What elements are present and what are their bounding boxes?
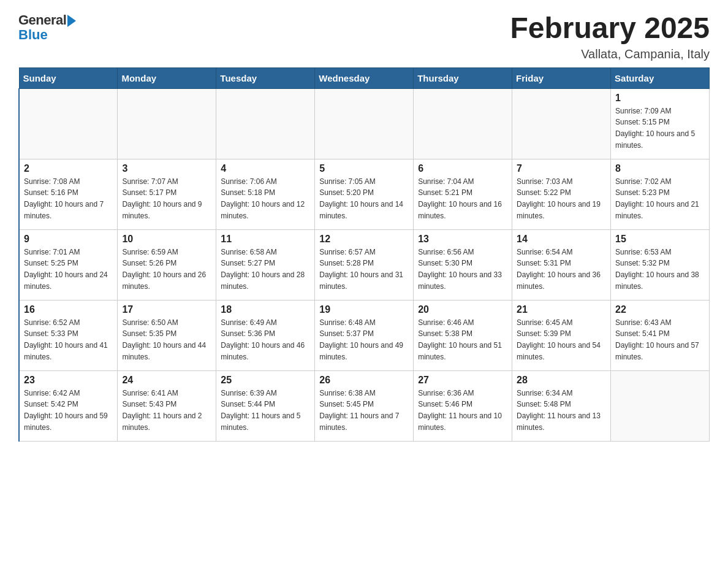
day-number: 19 bbox=[319, 304, 409, 315]
month-title: February 2025 bbox=[510, 12, 710, 45]
weekday-header-row: SundayMondayTuesdayWednesdayThursdayFrid… bbox=[19, 67, 710, 88]
day-number: 16 bbox=[24, 304, 113, 315]
calendar-week-row: 1Sunrise: 7:09 AMSunset: 5:15 PMDaylight… bbox=[19, 88, 710, 159]
calendar-body: 1Sunrise: 7:09 AMSunset: 5:15 PMDaylight… bbox=[19, 88, 710, 441]
calendar-cell: 23Sunrise: 6:42 AMSunset: 5:42 PMDayligh… bbox=[19, 370, 118, 441]
day-info: Sunrise: 7:01 AMSunset: 5:25 PMDaylight:… bbox=[24, 247, 113, 292]
calendar-cell: 9Sunrise: 7:01 AMSunset: 5:25 PMDaylight… bbox=[19, 229, 118, 300]
day-info: Sunrise: 6:53 AMSunset: 5:32 PMDaylight:… bbox=[615, 247, 705, 292]
day-info: Sunrise: 6:43 AMSunset: 5:41 PMDaylight:… bbox=[615, 317, 705, 362]
logo: General Blue bbox=[18, 12, 76, 43]
day-info: Sunrise: 6:38 AMSunset: 5:45 PMDaylight:… bbox=[319, 388, 409, 433]
calendar-header: SundayMondayTuesdayWednesdayThursdayFrid… bbox=[19, 67, 710, 88]
page-header: General Blue February 2025 Vallata, Camp… bbox=[18, 12, 710, 61]
day-info: Sunrise: 6:39 AMSunset: 5:44 PMDaylight:… bbox=[221, 388, 310, 433]
day-info: Sunrise: 7:08 AMSunset: 5:16 PMDaylight:… bbox=[24, 176, 113, 221]
weekday-header-friday: Friday bbox=[512, 67, 611, 88]
calendar-cell: 28Sunrise: 6:34 AMSunset: 5:48 PMDayligh… bbox=[512, 370, 611, 441]
day-number: 2 bbox=[24, 163, 113, 174]
day-number: 22 bbox=[615, 304, 705, 315]
calendar-week-row: 2Sunrise: 7:08 AMSunset: 5:16 PMDaylight… bbox=[19, 159, 710, 229]
calendar-week-row: 23Sunrise: 6:42 AMSunset: 5:42 PMDayligh… bbox=[19, 370, 710, 441]
day-number: 23 bbox=[24, 375, 113, 386]
calendar-cell bbox=[512, 88, 611, 159]
day-info: Sunrise: 6:48 AMSunset: 5:37 PMDaylight:… bbox=[319, 317, 409, 362]
day-number: 7 bbox=[517, 163, 606, 174]
calendar-week-row: 9Sunrise: 7:01 AMSunset: 5:25 PMDaylight… bbox=[19, 229, 710, 300]
calendar-cell: 4Sunrise: 7:06 AMSunset: 5:18 PMDaylight… bbox=[216, 159, 315, 229]
calendar-cell: 16Sunrise: 6:52 AMSunset: 5:33 PMDayligh… bbox=[19, 300, 118, 370]
calendar-cell: 5Sunrise: 7:05 AMSunset: 5:20 PMDaylight… bbox=[315, 159, 414, 229]
day-info: Sunrise: 6:34 AMSunset: 5:48 PMDaylight:… bbox=[517, 388, 606, 433]
day-number: 28 bbox=[517, 375, 606, 386]
calendar-cell: 1Sunrise: 7:09 AMSunset: 5:15 PMDaylight… bbox=[611, 88, 710, 159]
day-info: Sunrise: 7:03 AMSunset: 5:22 PMDaylight:… bbox=[517, 176, 606, 221]
day-info: Sunrise: 6:52 AMSunset: 5:33 PMDaylight:… bbox=[24, 317, 113, 362]
day-number: 8 bbox=[615, 163, 705, 174]
day-number: 6 bbox=[418, 163, 507, 174]
calendar-cell: 24Sunrise: 6:41 AMSunset: 5:43 PMDayligh… bbox=[118, 370, 216, 441]
day-number: 3 bbox=[122, 163, 211, 174]
calendar-cell bbox=[315, 88, 414, 159]
day-info: Sunrise: 6:46 AMSunset: 5:38 PMDaylight:… bbox=[418, 317, 507, 362]
day-info: Sunrise: 7:07 AMSunset: 5:17 PMDaylight:… bbox=[122, 176, 211, 221]
day-number: 18 bbox=[221, 304, 310, 315]
day-number: 15 bbox=[615, 234, 705, 245]
weekday-header-sunday: Sunday bbox=[19, 67, 118, 88]
day-number: 14 bbox=[517, 234, 606, 245]
day-number: 11 bbox=[221, 234, 310, 245]
calendar-cell: 3Sunrise: 7:07 AMSunset: 5:17 PMDaylight… bbox=[118, 159, 216, 229]
day-number: 4 bbox=[221, 163, 310, 174]
weekday-header-tuesday: Tuesday bbox=[216, 67, 315, 88]
calendar-cell: 6Sunrise: 7:04 AMSunset: 5:21 PMDaylight… bbox=[414, 159, 512, 229]
day-number: 20 bbox=[418, 304, 507, 315]
day-info: Sunrise: 6:56 AMSunset: 5:30 PMDaylight:… bbox=[418, 247, 507, 292]
day-number: 1 bbox=[615, 93, 705, 104]
day-number: 25 bbox=[221, 375, 310, 386]
calendar-cell bbox=[118, 88, 216, 159]
calendar-cell: 20Sunrise: 6:46 AMSunset: 5:38 PMDayligh… bbox=[414, 300, 512, 370]
day-number: 13 bbox=[418, 234, 507, 245]
day-info: Sunrise: 6:59 AMSunset: 5:26 PMDaylight:… bbox=[122, 247, 211, 292]
weekday-header-saturday: Saturday bbox=[611, 67, 710, 88]
title-block: February 2025 Vallata, Campania, Italy bbox=[510, 12, 710, 61]
day-number: 9 bbox=[24, 234, 113, 245]
calendar-cell: 12Sunrise: 6:57 AMSunset: 5:28 PMDayligh… bbox=[315, 229, 414, 300]
day-number: 27 bbox=[418, 375, 507, 386]
day-info: Sunrise: 7:04 AMSunset: 5:21 PMDaylight:… bbox=[418, 176, 507, 221]
weekday-header-wednesday: Wednesday bbox=[315, 67, 414, 88]
calendar-cell: 14Sunrise: 6:54 AMSunset: 5:31 PMDayligh… bbox=[512, 229, 611, 300]
calendar-cell: 27Sunrise: 6:36 AMSunset: 5:46 PMDayligh… bbox=[414, 370, 512, 441]
calendar-cell: 21Sunrise: 6:45 AMSunset: 5:39 PMDayligh… bbox=[512, 300, 611, 370]
day-number: 21 bbox=[517, 304, 606, 315]
day-info: Sunrise: 6:50 AMSunset: 5:35 PMDaylight:… bbox=[122, 317, 211, 362]
location-title: Vallata, Campania, Italy bbox=[510, 47, 710, 61]
logo-arrow-icon bbox=[67, 15, 76, 27]
calendar-table: SundayMondayTuesdayWednesdayThursdayFrid… bbox=[18, 67, 710, 442]
calendar-cell: 8Sunrise: 7:02 AMSunset: 5:23 PMDaylight… bbox=[611, 159, 710, 229]
day-info: Sunrise: 6:45 AMSunset: 5:39 PMDaylight:… bbox=[517, 317, 606, 362]
day-number: 12 bbox=[319, 234, 409, 245]
day-info: Sunrise: 6:54 AMSunset: 5:31 PMDaylight:… bbox=[517, 247, 606, 292]
calendar-cell bbox=[414, 88, 512, 159]
day-number: 10 bbox=[122, 234, 211, 245]
day-info: Sunrise: 6:41 AMSunset: 5:43 PMDaylight:… bbox=[122, 388, 211, 433]
day-number: 17 bbox=[122, 304, 211, 315]
calendar-cell: 13Sunrise: 6:56 AMSunset: 5:30 PMDayligh… bbox=[414, 229, 512, 300]
calendar-cell: 15Sunrise: 6:53 AMSunset: 5:32 PMDayligh… bbox=[611, 229, 710, 300]
day-info: Sunrise: 7:09 AMSunset: 5:15 PMDaylight:… bbox=[615, 105, 705, 151]
logo-blue-text: Blue bbox=[18, 27, 48, 43]
day-info: Sunrise: 6:36 AMSunset: 5:46 PMDaylight:… bbox=[418, 388, 507, 433]
calendar-cell: 7Sunrise: 7:03 AMSunset: 5:22 PMDaylight… bbox=[512, 159, 611, 229]
weekday-header-monday: Monday bbox=[118, 67, 216, 88]
day-info: Sunrise: 6:58 AMSunset: 5:27 PMDaylight:… bbox=[221, 247, 310, 292]
day-info: Sunrise: 7:02 AMSunset: 5:23 PMDaylight:… bbox=[615, 176, 705, 221]
calendar-cell: 19Sunrise: 6:48 AMSunset: 5:37 PMDayligh… bbox=[315, 300, 414, 370]
day-info: Sunrise: 6:57 AMSunset: 5:28 PMDaylight:… bbox=[319, 247, 409, 292]
day-info: Sunrise: 7:06 AMSunset: 5:18 PMDaylight:… bbox=[221, 176, 310, 221]
calendar-cell: 17Sunrise: 6:50 AMSunset: 5:35 PMDayligh… bbox=[118, 300, 216, 370]
calendar-cell: 26Sunrise: 6:38 AMSunset: 5:45 PMDayligh… bbox=[315, 370, 414, 441]
calendar-cell: 11Sunrise: 6:58 AMSunset: 5:27 PMDayligh… bbox=[216, 229, 315, 300]
calendar-cell: 22Sunrise: 6:43 AMSunset: 5:41 PMDayligh… bbox=[611, 300, 710, 370]
calendar-cell bbox=[19, 88, 118, 159]
